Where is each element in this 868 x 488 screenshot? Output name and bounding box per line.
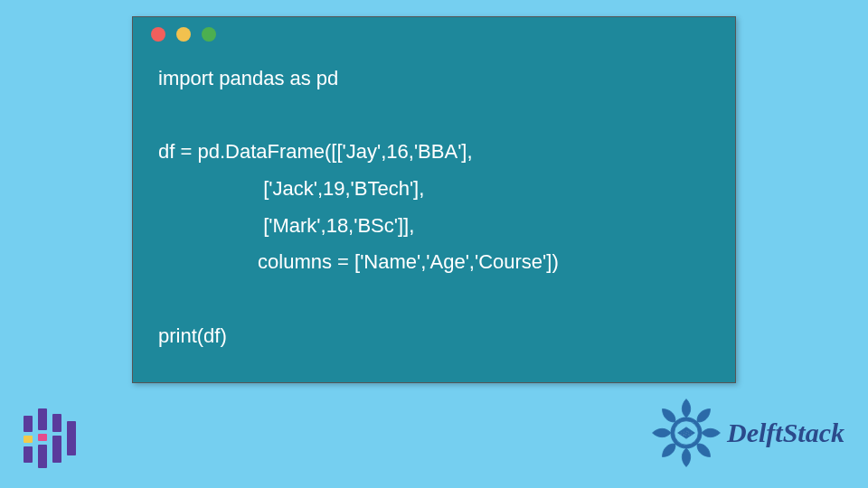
window-close-dot-icon	[151, 27, 165, 42]
code-line: print(df)	[158, 324, 227, 347]
svg-text:</>: </>	[680, 429, 693, 437]
code-line: ['Jack',19,'BTech'],	[158, 177, 424, 200]
window-maximize-dot-icon	[202, 27, 216, 42]
code-line: ['Mark',18,'BSc']],	[158, 214, 414, 237]
code-line: df = pd.DataFrame([['Jay',16,'BBA'],	[158, 140, 473, 163]
brand-container: </> DelftStack	[651, 398, 844, 468]
code-line: columns = ['Name','Age','Course'])	[158, 250, 559, 273]
code-window: import pandas as pd df = pd.DataFrame([[…	[132, 16, 736, 383]
code-line: import pandas as pd	[158, 67, 338, 89]
code-body: import pandas as pd df = pd.DataFrame([[…	[133, 52, 735, 382]
window-titlebar	[133, 17, 735, 52]
window-minimize-dot-icon	[176, 27, 191, 42]
brand-mandala-icon: </>	[651, 398, 722, 468]
site-logo-left-icon	[24, 408, 80, 468]
brand-name: DelftStack	[727, 418, 844, 448]
